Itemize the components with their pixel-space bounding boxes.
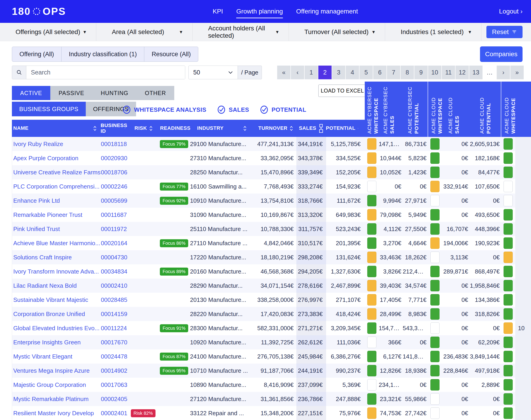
scope-button-resource-all[interactable]: Resource (All) — [144, 47, 198, 62]
page-cell-11[interactable]: 11 — [442, 66, 455, 79]
page-cell-13[interactable]: 13 — [469, 66, 483, 79]
business-id-link[interactable]: 00002401 — [101, 410, 127, 417]
acme-cloud-2-whitespace-box-green[interactable] — [503, 294, 513, 305]
business-id-link[interactable]: 00020164 — [101, 240, 127, 247]
acme-cybersec-whitespace-box-orange[interactable] — [367, 138, 376, 150]
business-id-link[interactable]: 00014159 — [101, 311, 127, 317]
acme-cybersec-whitespace-box-white[interactable] — [367, 379, 376, 390]
acme-cloud-whitespace-box-white[interactable] — [430, 252, 439, 263]
company-link[interactable]: Universe Creative Realize Farms — [13, 169, 100, 176]
business-id-link[interactable]: 00034834 — [101, 268, 127, 275]
toggle-potential[interactable]: POTENTIAL — [260, 105, 306, 114]
acme-cloud-2-whitespace-box-green[interactable] — [503, 238, 513, 249]
column-header-risk[interactable]: RISK — [128, 125, 158, 131]
company-link[interactable]: Majestic Group Corporation — [13, 381, 86, 388]
business-id-link[interactable]: 00017670 — [101, 339, 127, 346]
acme-cybersec-whitespace-box-orange[interactable] — [367, 166, 376, 178]
page-size-select[interactable]: 50 — [188, 66, 238, 79]
acme-cybersec-whitespace-box-orange[interactable] — [367, 294, 376, 305]
acme-cloud-2-whitespace-box-green[interactable] — [503, 280, 513, 291]
sort-active-icon[interactable] — [319, 124, 324, 133]
load-to-excel-button[interactable]: LOAD TO EXCEL — [318, 85, 366, 97]
acme-cloud-whitespace-box-green[interactable] — [430, 152, 439, 164]
acme-cloud-whitespace-box-green[interactable] — [430, 266, 439, 277]
business-id-link[interactable]: 00004730 — [101, 254, 127, 261]
company-link[interactable]: Ivory Ruby Realize — [13, 141, 63, 147]
logout-link[interactable]: Logout › — [499, 8, 523, 15]
business-id-link[interactable]: 00024478 — [101, 353, 127, 360]
acme-cybersec-whitespace-box-green[interactable] — [367, 223, 376, 235]
company-link[interactable]: Pink Unified Trust — [13, 225, 60, 232]
acme-cybersec-whitespace-box-green[interactable] — [367, 266, 376, 277]
filter-dropdown-area-all-selected[interactable]: Area (All selected)▾ — [96, 23, 193, 41]
company-link[interactable]: Resilient Master Ivory Develop — [13, 410, 94, 417]
business-id-link[interactable]: 00014902 — [101, 367, 127, 374]
acme-cloud-whitespace-box-green[interactable] — [430, 280, 439, 291]
acme-cloud-whitespace-box-green[interactable] — [430, 365, 439, 376]
acme-cloud-whitespace-box-green[interactable] — [430, 166, 439, 178]
acme-cloud-whitespace-box-white[interactable] — [430, 322, 439, 334]
filter-dropdown-industries-1-selected[interactable]: Industries (1 selected)▾ — [385, 23, 481, 41]
page-cell-6[interactable]: 6 — [373, 66, 387, 79]
filter-dropdown-offerings-all-selected[interactable]: Offerings (All selected)▾ — [0, 23, 96, 41]
status-tab-active[interactable]: ACTIVE — [12, 86, 50, 100]
acme-cloud-2-whitespace-box-green[interactable] — [503, 166, 513, 178]
page-cell-9[interactable]: 9 — [414, 66, 428, 79]
company-link[interactable]: Mystic Vibrant Elegant — [13, 353, 72, 360]
acme-cybersec-whitespace-box-green[interactable] — [367, 195, 376, 206]
company-link[interactable]: Solutions Craft Inspire — [13, 254, 72, 261]
company-link[interactable]: Ivory Transform Innovate Adva... — [13, 268, 99, 275]
company-link[interactable]: PLC Corporation Comprehensi... — [13, 183, 99, 190]
group-tab-business-groups[interactable]: BUSINESS GROUPS — [12, 102, 86, 116]
company-link[interactable]: Lilac Radiant Nexa Bold — [13, 282, 77, 289]
acme-cybersec-whitespace-box-green[interactable] — [367, 393, 376, 405]
company-link[interactable]: Global Elevated Industries Evo... — [13, 325, 99, 331]
business-id-link[interactable]: 00011224 — [101, 325, 127, 331]
acme-cybersec-whitespace-box-orange[interactable] — [367, 152, 376, 164]
page-cell-1[interactable]: 1 — [305, 66, 318, 79]
column-header-business-id[interactable]: BUSINESS ID — [101, 123, 128, 134]
acme-cybersec-whitespace-box-green[interactable] — [367, 351, 376, 362]
acme-cybersec-whitespace-box-white[interactable] — [367, 337, 376, 348]
business-id-link[interactable]: 00005699 — [101, 197, 127, 204]
filter-dropdown-account-holders-all-selected[interactable]: Account holders (All selected)▾ — [193, 23, 289, 41]
acme-cybersec-whitespace-box-white[interactable] — [367, 181, 376, 192]
acme-cloud-2-whitespace-box-white[interactable] — [503, 195, 513, 206]
acme-cloud-2-whitespace-box-green[interactable] — [503, 407, 513, 419]
acme-cloud-2-whitespace-box-orange[interactable] — [503, 322, 513, 334]
company-link[interactable]: Corporation Bronze Unified — [13, 311, 85, 317]
acme-cloud-2-whitespace-box-green[interactable] — [503, 351, 513, 362]
status-tab-hunting[interactable]: HUNTING — [92, 86, 137, 100]
sort-icon[interactable] — [290, 125, 293, 131]
acme-cybersec-whitespace-box-orange[interactable] — [367, 407, 376, 419]
acme-cloud-2-whitespace-box-green[interactable] — [503, 379, 513, 390]
acme-cloud-2-whitespace-box-green[interactable] — [503, 138, 513, 150]
page-cell-[interactable]: » — [510, 66, 524, 79]
column-header-turnover[interactable]: TURNOVER — [249, 125, 296, 131]
page-cell-5[interactable]: 5 — [359, 66, 373, 79]
acme-cloud-2-whitespace-box-green[interactable] — [503, 393, 513, 405]
page-cell-4[interactable]: 4 — [346, 66, 359, 79]
column-header-potential[interactable]: POTENTIAL — [326, 125, 365, 131]
page-cell-8[interactable]: 8 — [401, 66, 414, 79]
business-id-link[interactable]: 00002405 — [101, 396, 127, 402]
column-header-industry[interactable]: INDUSTRY — [190, 125, 249, 131]
company-link[interactable]: Enterprise Insights Green — [13, 339, 81, 346]
acme-cloud-2-whitespace-box-green[interactable] — [503, 266, 513, 277]
acme-cloud-2-whitespace-box-orange[interactable] — [503, 252, 513, 263]
business-id-link[interactable]: 00011972 — [101, 225, 127, 232]
company-link[interactable]: Apex Purple Corporation — [13, 155, 78, 162]
acme-cloud-whitespace-box-white[interactable] — [430, 195, 439, 206]
page-cell-12[interactable]: 12 — [455, 66, 469, 79]
business-id-link[interactable]: 00018706 — [101, 169, 127, 176]
business-id-link[interactable]: 00002410 — [101, 282, 127, 289]
reset-filters-button[interactable]: Reset — [486, 26, 523, 38]
acme-cloud-whitespace-box-green[interactable] — [430, 223, 439, 235]
page-cell-7[interactable]: 7 — [387, 66, 400, 79]
acme-cloud-whitespace-box-green[interactable] — [430, 379, 439, 390]
acme-cloud-whitespace-box-green[interactable] — [430, 209, 439, 221]
acme-cloud-whitespace-box-orange[interactable] — [430, 238, 439, 249]
sort-icon[interactable] — [125, 125, 125, 131]
acme-cloud-2-whitespace-box-green[interactable] — [503, 223, 513, 235]
business-id-link[interactable]: 00028485 — [101, 296, 127, 303]
